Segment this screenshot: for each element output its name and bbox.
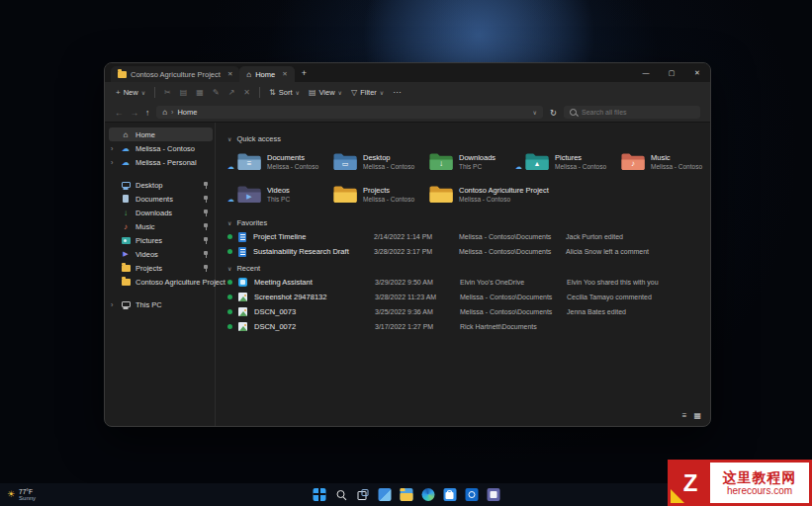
- search-icon[interactable]: [334, 488, 347, 501]
- explorer-body: ⌂ Home › ☁ Melissa - Contoso › ☁ Melissa…: [105, 123, 710, 426]
- share-icon[interactable]: ↗: [228, 88, 235, 97]
- outlook-icon[interactable]: [465, 488, 478, 501]
- paste-icon[interactable]: ▦: [196, 88, 204, 97]
- grid-view-icon[interactable]: ▦: [693, 411, 701, 420]
- sidebar-item-documents[interactable]: Documents: [109, 192, 213, 206]
- minimize-button[interactable]: —: [633, 63, 659, 82]
- quick-access-pictures[interactable]: ☁ ▲ Pictures Melissa - Contoso: [515, 148, 611, 176]
- start-button[interactable]: [313, 488, 325, 501]
- quick-access-desktop[interactable]: ▭ Desktop Melissa - Contoso: [323, 148, 419, 176]
- sidebar-item-projects[interactable]: Projects: [109, 261, 213, 275]
- sidebar-item-this-pc[interactable]: › This PC: [109, 297, 213, 311]
- pictures-icon: [122, 237, 131, 244]
- task-view-icon[interactable]: [356, 488, 369, 501]
- up-button[interactable]: ↑: [145, 108, 149, 118]
- chevron-right-icon[interactable]: ›: [111, 159, 113, 166]
- sidebar-item-music[interactable]: ♪ Music: [109, 219, 213, 233]
- sidebar-item-desktop[interactable]: Desktop: [109, 178, 213, 192]
- sidebar-item-contoso-agriculture-project[interactable]: Contoso Agriculture Project: [109, 275, 213, 289]
- content-pane: ∨ Quick access ☁ ≡ Documents Melissa - C…: [216, 123, 710, 426]
- section-favorites[interactable]: ∨ Favorites: [227, 216, 700, 229]
- sidebar-item-videos[interactable]: ▶ Videos: [109, 247, 213, 261]
- file-row[interactable]: Project Timeline 2/14/2022 1:14 PM Melis…: [227, 229, 700, 244]
- quick-access-music[interactable]: ♪ Music Melissa - Contoso: [611, 148, 707, 176]
- status-available-icon: [227, 234, 232, 239]
- documents-icon: [123, 195, 129, 203]
- tab-home[interactable]: ⌂ Home ✕: [239, 66, 294, 82]
- tab-contoso-agriculture-project[interactable]: Contoso Agriculture Project ✕: [111, 66, 239, 82]
- quick-access-videos[interactable]: ☁ ▶ Videos This PC: [227, 181, 323, 209]
- sidebar-item-downloads[interactable]: ↓ Downloads: [109, 206, 213, 219]
- file-row[interactable]: DSCN_0073 3/25/2022 9:36 AM Melissa - Co…: [227, 304, 700, 319]
- file-row[interactable]: Meeting Assistant 3/29/2022 9:50 AM Elvi…: [227, 275, 700, 290]
- copy-icon[interactable]: ▤: [180, 88, 188, 97]
- watermark: Z 这里教程网 herecours.com: [668, 460, 812, 506]
- tab-bar: Contoso Agriculture Project ✕ ⌂ Home ✕ +…: [105, 63, 710, 82]
- list-view-icon[interactable]: ≡: [682, 411, 687, 420]
- delete-icon[interactable]: ✕: [243, 88, 250, 97]
- chevron-right-icon[interactable]: ›: [111, 145, 113, 152]
- status-available-icon: [227, 249, 232, 254]
- chevron-down-icon[interactable]: ∨: [532, 109, 536, 116]
- pin-icon: [203, 196, 209, 203]
- close-tab-icon[interactable]: ✕: [227, 70, 232, 78]
- weather-widget[interactable]: ☀ 77°F Sunny: [0, 488, 36, 502]
- section-recent[interactable]: ∨ Recent: [227, 262, 700, 275]
- sort-button[interactable]: ⇅ Sort ∨: [269, 88, 300, 97]
- quick-access-downloads[interactable]: ↓ Downloads This PC: [419, 148, 515, 176]
- projects-folder-icon: [332, 185, 358, 205]
- new-tab-button[interactable]: +: [295, 68, 314, 78]
- filter-button[interactable]: ▽ Filter ∨: [351, 88, 384, 97]
- view-mode-switcher: ≡ ▦: [682, 411, 701, 420]
- weather-temperature: 77°F: [19, 488, 36, 495]
- file-row[interactable]: DSCN_0072 3/17/2022 1:27 PM Rick Hartnet…: [227, 319, 700, 334]
- folder-icon: [428, 185, 454, 205]
- view-button[interactable]: ▤ View ∨: [309, 88, 342, 97]
- cut-icon[interactable]: ✂: [164, 88, 171, 97]
- search-input[interactable]: [582, 109, 694, 116]
- quick-access-grid: ☁ ≡ Documents Melissa - Contoso: [227, 148, 708, 213]
- documents-folder-icon: ≡: [236, 152, 262, 172]
- folder-icon: [118, 71, 127, 78]
- teams-icon[interactable]: [487, 488, 499, 501]
- watermark-site-name: 这里教程网: [723, 469, 797, 485]
- sidebar-item-melissa-personal[interactable]: › ☁ Melissa - Personal: [109, 155, 213, 169]
- widgets-icon[interactable]: [378, 488, 391, 501]
- sidebar-item-melissa-contoso[interactable]: › ☁ Melissa - Contoso: [109, 141, 213, 155]
- pin-icon: [203, 237, 209, 244]
- close-button[interactable]: ✕: [684, 63, 710, 82]
- rename-icon[interactable]: ✎: [213, 88, 220, 97]
- sort-icon: ⇅: [269, 88, 276, 97]
- music-icon: ♪: [121, 222, 131, 231]
- back-button[interactable]: ←: [115, 108, 124, 118]
- sidebar-item-pictures[interactable]: Pictures: [109, 233, 213, 247]
- onedrive-cloud-icon: ☁: [121, 144, 131, 153]
- refresh-button[interactable]: ↻: [550, 108, 557, 118]
- window-controls: — ▢ ✕: [633, 63, 710, 82]
- file-row[interactable]: Sustainability Research Draft 3/28/2022 …: [227, 244, 700, 259]
- section-quick-access[interactable]: ∨ Quick access: [227, 132, 700, 145]
- address-bar: ← → ↑ ⌂ › Home ∨ ↻: [105, 103, 710, 123]
- more-options-icon[interactable]: ⋯: [393, 88, 401, 97]
- pin-icon: [203, 223, 209, 230]
- breadcrumb[interactable]: ⌂ › Home ∨: [156, 106, 543, 119]
- close-tab-icon[interactable]: ✕: [282, 70, 287, 78]
- quick-access-projects[interactable]: Projects Melissa - Contoso: [323, 181, 419, 209]
- file-row[interactable]: Screenshot 29478132 3/28/2022 11:23 AM M…: [227, 290, 700, 304]
- downloads-folder-icon: ↓: [428, 152, 454, 172]
- breadcrumb-location[interactable]: Home: [177, 108, 197, 117]
- folder-icon: [122, 279, 131, 286]
- quick-access-contoso-agriculture-project[interactable]: Contoso Agriculture Project Melissa - Co…: [419, 181, 568, 209]
- edge-browser-icon[interactable]: [421, 488, 434, 501]
- search-box[interactable]: [564, 106, 700, 119]
- filter-icon: ▽: [351, 88, 357, 97]
- chevron-right-icon[interactable]: ›: [111, 301, 113, 308]
- file-explorer-icon[interactable]: [400, 488, 412, 501]
- new-button[interactable]: + New ∨: [116, 88, 145, 97]
- sidebar-item-home[interactable]: ⌂ Home: [109, 127, 213, 141]
- cloud-sync-icon: ☁: [227, 163, 234, 171]
- maximize-button[interactable]: ▢: [659, 63, 684, 82]
- forward-button[interactable]: →: [131, 108, 139, 118]
- quick-access-documents[interactable]: ☁ ≡ Documents Melissa - Contoso: [227, 148, 323, 176]
- microsoft-store-icon[interactable]: [443, 488, 456, 501]
